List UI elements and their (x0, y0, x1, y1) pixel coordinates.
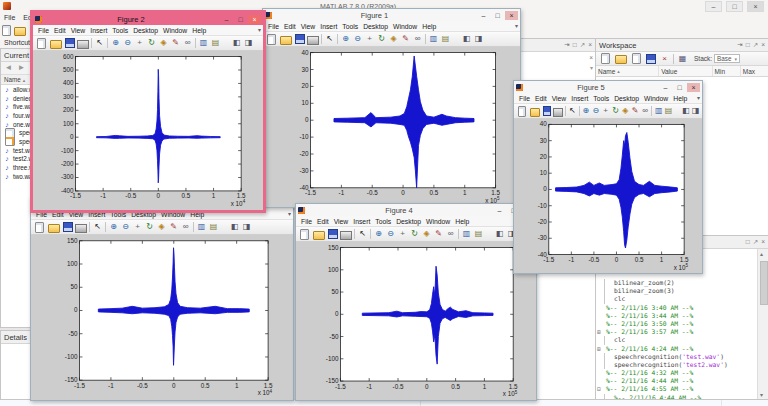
wav-file-icon[interactable]: ♪ (3, 94, 11, 102)
plot-selector-icon[interactable]: ▦ (677, 53, 688, 64)
colorbar-icon[interactable]: ▥ (461, 229, 472, 240)
history-scrollbar[interactable]: ▴ ▾ (757, 249, 768, 399)
menu-item[interactable]: Help (420, 23, 438, 30)
history-item[interactable]: %-- 2/11/16 3:44 AM --% (596, 312, 758, 320)
close-icon[interactable]: × (588, 41, 592, 49)
open-folder-icon[interactable] (48, 224, 60, 233)
data-cursor-icon[interactable]: ◈ (158, 38, 169, 49)
pan-icon[interactable]: + (134, 38, 145, 49)
menu-item[interactable]: Edit (315, 218, 331, 225)
menu-item[interactable]: Edit (282, 23, 298, 30)
rotate-icon[interactable]: ↻ (611, 106, 620, 117)
history-item[interactable]: ⊞%-- 2/11/16 3:57 AM --% (596, 328, 758, 336)
cursor-icon[interactable]: ↖ (357, 229, 368, 240)
brush-icon[interactable]: ✎ (170, 38, 181, 49)
close-icon[interactable]: × (761, 41, 765, 49)
menu-item[interactable]: View (332, 218, 351, 225)
maximize-icon[interactable]: □ (746, 41, 750, 49)
link-icon[interactable]: ∞ (412, 34, 423, 45)
new-variable-icon[interactable] (601, 53, 610, 64)
dock-icon[interactable]: ⇥ (737, 41, 742, 49)
matlab-file-icon[interactable] (5, 137, 15, 146)
link-icon[interactable]: ∞ (180, 222, 191, 233)
colorbar-icon[interactable]: ▥ (198, 38, 209, 49)
maximize-button[interactable]: □ (234, 15, 247, 24)
figure-window-5[interactable]: Figure 5 – □ × ▾ FileEditViewInsertTools… (513, 80, 703, 274)
print-icon[interactable] (553, 108, 563, 117)
show-tools-icon[interactable]: ◨ (691, 106, 700, 117)
menu-item[interactable]: Tools (373, 218, 393, 225)
zoom-out-icon[interactable]: ⊖ (385, 229, 396, 240)
menu-item[interactable]: Help (190, 27, 208, 34)
print-icon[interactable] (307, 36, 319, 45)
history-item[interactable]: ⊞%-- 2/11/16 4:24 AM --% (596, 345, 758, 353)
figure-window-1[interactable]: Figure 1 – □ × ▾ FileEditViewInsertTools… (262, 8, 521, 208)
history-item[interactable]: clc (596, 295, 758, 303)
wav-file-icon[interactable]: ♪ (3, 164, 11, 172)
hide-tools-icon[interactable]: ◧ (461, 34, 472, 45)
menu-item[interactable]: Help (453, 218, 471, 225)
dock-icon[interactable]: ⇥ (564, 41, 569, 49)
history-item[interactable]: bilinear_zoom(3) (596, 287, 758, 295)
link-icon[interactable]: ∞ (182, 38, 193, 49)
history-item[interactable]: speechrecognition('test2.wav') (596, 361, 758, 369)
maximize-button[interactable]: □ (673, 83, 686, 92)
menu-item[interactable]: View (69, 27, 88, 34)
link-icon[interactable]: ∞ (641, 106, 650, 117)
brush-icon[interactable]: ✎ (631, 106, 640, 117)
menu-item[interactable]: Window (161, 27, 189, 34)
history-item[interactable]: bilinear_zoom(2) (596, 279, 758, 287)
expand-icon[interactable]: ⊞ (597, 328, 601, 336)
wav-file-icon[interactable]: ♪ (3, 146, 11, 154)
wav-file-icon[interactable]: ♪ (3, 120, 11, 128)
cursor-icon[interactable]: ↖ (324, 34, 335, 45)
legend-icon[interactable]: ▤ (664, 106, 673, 117)
new-file-icon[interactable] (37, 38, 46, 49)
close-icon[interactable]: × (761, 238, 765, 246)
open-folder-icon[interactable] (530, 108, 540, 117)
menu-overflow-icon[interactable]: ▾ (515, 22, 518, 29)
menu-item[interactable]: Window (424, 218, 452, 225)
undock-icon[interactable]: ↗ (753, 238, 758, 246)
history-item[interactable]: speechrecognition('test.wav') (596, 353, 758, 361)
cursor-icon[interactable]: ↖ (92, 222, 103, 233)
data-cursor-icon[interactable]: ◈ (156, 222, 167, 233)
minimize-button[interactable]: – (493, 206, 506, 215)
maximize-button[interactable]: □ (491, 11, 504, 20)
close-button[interactable]: × (505, 11, 518, 20)
history-item[interactable]: %-- 2/11/16 3:50 AM --% (596, 320, 758, 328)
maximize-button[interactable]: □ (726, 1, 743, 12)
column-header-max[interactable]: Max (741, 66, 768, 76)
open-variable-icon[interactable] (615, 55, 627, 64)
history-item[interactable]: ⊟%-- 2/11/16 4:55 AM --% (596, 385, 758, 393)
menu-item[interactable]: Edit (52, 27, 68, 34)
menu-item[interactable]: File (36, 27, 51, 34)
menu-item[interactable]: Insert (569, 95, 590, 102)
menu-item[interactable]: Window (642, 95, 670, 102)
colorbar-icon[interactable]: ▥ (654, 106, 663, 117)
hide-tools-icon[interactable]: ◧ (231, 38, 242, 49)
import-data-icon[interactable] (632, 53, 641, 64)
undock-icon[interactable]: ↗ (580, 41, 585, 49)
pan-icon[interactable]: + (397, 229, 408, 240)
brush-icon[interactable]: ✎ (400, 34, 411, 45)
pan-icon[interactable]: + (132, 222, 143, 233)
rotate-icon[interactable]: ↻ (409, 229, 420, 240)
command-window-header[interactable]: ⇥ □ ↗ × (521, 39, 595, 52)
zoom-in-icon[interactable]: ⊕ (373, 229, 384, 240)
figure-window-4[interactable]: Figure 4 – □ × ▾ FileEditViewInsertTools… (295, 203, 537, 401)
menu-item[interactable]: Desktop (612, 95, 641, 102)
undock-icon[interactable]: ↗ (753, 41, 758, 49)
zoom-in-icon[interactable]: ⊕ (340, 34, 351, 45)
pan-icon[interactable]: + (601, 106, 610, 117)
figure-titlebar[interactable]: Figure 4 – □ × (296, 204, 536, 216)
menu-item[interactable]: Tools (110, 27, 130, 34)
wav-file-icon[interactable]: ♪ (3, 155, 11, 163)
open-folder-icon[interactable] (313, 231, 325, 240)
history-item[interactable]: %-- 2/11/16 3:40 AM --% (596, 304, 758, 312)
zoom-in-icon[interactable]: ⊕ (110, 38, 121, 49)
wav-file-icon[interactable]: ♪ (3, 111, 11, 119)
legend-icon[interactable]: ▤ (473, 229, 484, 240)
menu-item[interactable]: Insert (351, 218, 372, 225)
menu-item[interactable]: File (266, 23, 281, 30)
